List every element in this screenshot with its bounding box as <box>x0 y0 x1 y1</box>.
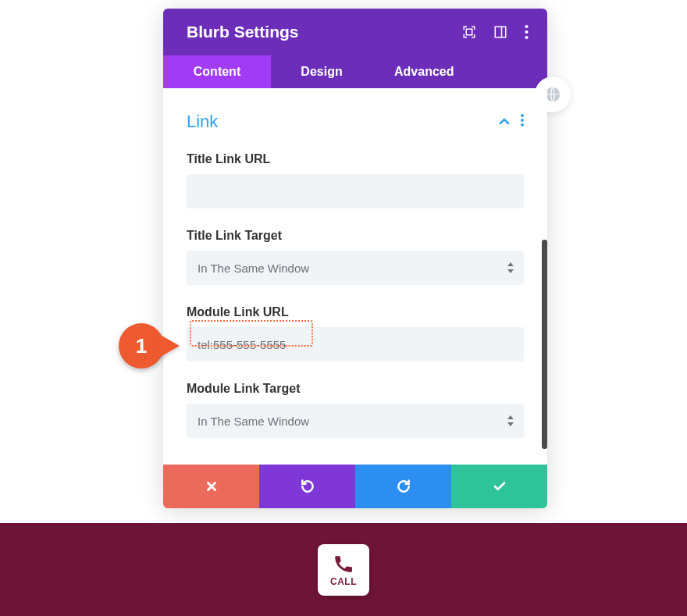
label-title-link-target: Title Link Target <box>187 229 524 243</box>
panel-icon[interactable] <box>493 25 507 39</box>
tab-bar: Content Design Advanced <box>163 55 547 88</box>
section-title: Link <box>187 112 218 132</box>
label-module-link-target: Module Link Target <box>187 382 524 396</box>
select-caret-icon <box>507 415 514 426</box>
field-title-link-target: Title Link Target <box>187 229 524 285</box>
settings-panel: Link Title Link URL Title Link Target <box>163 88 547 465</box>
phone-icon <box>333 553 354 575</box>
tab-advanced[interactable]: Advanced <box>372 55 547 88</box>
svg-point-9 <box>521 123 524 126</box>
label-module-link-url: Module Link URL <box>187 305 524 319</box>
header-action-icons <box>462 25 529 39</box>
cancel-button[interactable] <box>163 465 259 508</box>
call-label: CALL <box>330 576 357 587</box>
field-module-link-url: Module Link URL <box>187 305 524 361</box>
more-icon[interactable] <box>525 25 529 39</box>
tab-content[interactable]: Content <box>163 55 271 88</box>
input-title-link-url[interactable] <box>187 174 524 208</box>
redo-button[interactable] <box>355 465 451 508</box>
section-more-icon[interactable] <box>521 114 524 130</box>
select-module-link-target[interactable] <box>187 404 524 438</box>
action-bar <box>163 465 547 508</box>
field-module-link-target: Module Link Target <box>187 382 524 438</box>
svg-point-7 <box>521 114 524 117</box>
tab-design[interactable]: Design <box>271 55 372 88</box>
collapse-icon[interactable] <box>499 115 510 129</box>
input-module-link-url[interactable] <box>187 327 524 361</box>
svg-rect-0 <box>466 29 472 35</box>
svg-point-8 <box>521 119 524 122</box>
svg-rect-1 <box>495 27 506 37</box>
save-button[interactable] <box>451 465 547 508</box>
call-button[interactable]: CALL <box>318 544 369 596</box>
svg-point-5 <box>525 36 529 39</box>
scrollbar[interactable] <box>542 240 547 449</box>
settings-modal: Blurb Settings Content Design Advanced L… <box>163 9 547 508</box>
bottom-bar: CALL <box>0 523 687 616</box>
svg-point-3 <box>525 25 529 28</box>
undo-button[interactable] <box>259 465 355 508</box>
section-header[interactable]: Link <box>187 112 524 132</box>
select-title-link-target[interactable] <box>187 251 524 285</box>
modal-title: Blurb Settings <box>187 23 299 41</box>
select-caret-icon <box>507 262 514 273</box>
field-title-link-url: Title Link URL <box>187 152 524 208</box>
modal-header: Blurb Settings <box>163 9 547 55</box>
label-title-link-url: Title Link URL <box>187 152 524 166</box>
callout-annotation: 1 <box>119 323 180 369</box>
svg-point-4 <box>525 30 529 34</box>
callout-tail <box>158 333 180 358</box>
expand-icon[interactable] <box>462 25 476 39</box>
